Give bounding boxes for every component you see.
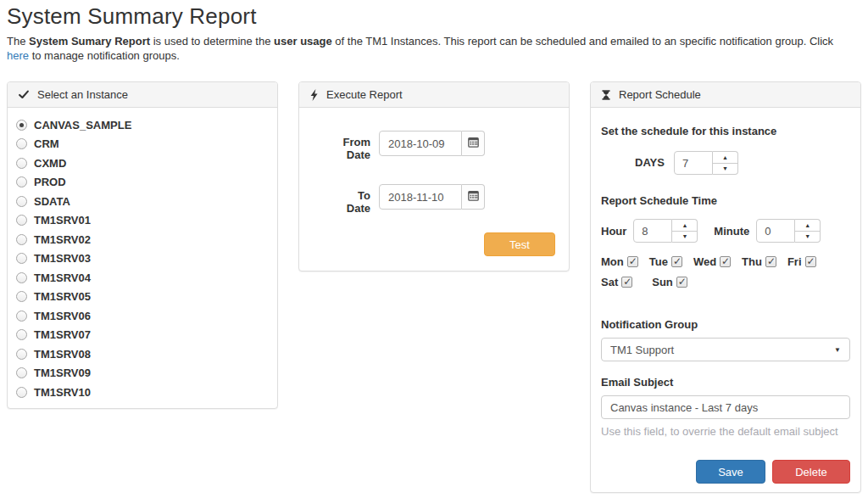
instance-label: TM1SRV09: [34, 367, 91, 379]
manage-groups-link[interactable]: here: [7, 49, 29, 62]
calendar-icon: [468, 136, 479, 151]
instance-option[interactable]: TM1SRV09: [16, 364, 269, 383]
minute-increment-button[interactable]: ▲: [795, 219, 821, 231]
from-date-row: From Date: [299, 131, 569, 161]
weekday-checkbox[interactable]: [805, 256, 816, 267]
radio-icon[interactable]: [16, 176, 27, 187]
radio-icon[interactable]: [16, 215, 27, 226]
weekday-option[interactable]: Mon: [601, 255, 638, 268]
instance-option[interactable]: SDATA: [16, 192, 269, 211]
radio-icon[interactable]: [16, 329, 27, 340]
radio-icon[interactable]: [16, 158, 27, 169]
email-subject-label: Email Subject: [601, 376, 850, 389]
weekday-option[interactable]: Fri: [787, 255, 816, 268]
notification-group-value: TM1 Support: [610, 344, 674, 356]
radio-icon[interactable]: [16, 349, 27, 360]
instance-option[interactable]: CRM: [16, 135, 269, 154]
instance-label: TM1SRV04: [34, 271, 91, 284]
instance-label: PROD: [34, 176, 66, 188]
panel-title: Report Schedule: [619, 88, 701, 101]
instance-label: TM1SRV02: [34, 233, 91, 246]
desc-text: is used to determine the: [150, 35, 274, 48]
radio-icon[interactable]: [16, 138, 27, 149]
weekday-label: Thu: [742, 255, 762, 268]
instance-option[interactable]: TM1SRV08: [16, 344, 269, 364]
instance-option[interactable]: TM1SRV06: [16, 306, 269, 326]
chevron-down-icon: ▼: [834, 346, 841, 354]
weekday-checkbox[interactable]: [627, 256, 638, 267]
days-increment-button[interactable]: ▲: [713, 151, 738, 163]
instance-option[interactable]: TM1SRV04: [16, 268, 269, 288]
radio-icon[interactable]: [16, 253, 27, 264]
days-spinner-row: DAYS ▲ ▼: [635, 151, 850, 175]
calendar-icon: [468, 189, 479, 204]
weekday-option[interactable]: Sun: [652, 276, 687, 288]
weekday-option[interactable]: Thu: [742, 255, 776, 268]
instance-option[interactable]: CANVAS_SAMPLE: [16, 115, 269, 135]
time-row: Hour ▲ ▼ Minute ▲ ▼: [601, 219, 850, 243]
days-spinner-buttons: ▲ ▼: [713, 151, 738, 175]
notification-group-select[interactable]: TM1 Support ▼: [601, 338, 850, 361]
minute-input[interactable]: [756, 219, 795, 243]
days-input[interactable]: [674, 151, 713, 175]
radio-icon[interactable]: [16, 272, 27, 283]
schedule-actions: Save Delete: [601, 460, 850, 484]
instance-label: CRM: [34, 137, 59, 150]
from-date-calendar-button[interactable]: [462, 131, 485, 156]
weekday-checkbox[interactable]: [671, 256, 682, 267]
instance-option[interactable]: TM1SRV10: [16, 383, 269, 402]
to-date-row: To Date: [299, 184, 569, 215]
panel-title: Execute Report: [326, 88, 403, 101]
minute-decrement-button[interactable]: ▼: [795, 231, 821, 243]
hour-label: Hour: [601, 225, 626, 238]
weekday-checkbox[interactable]: [676, 277, 687, 288]
weekday-checkbox[interactable]: [720, 256, 731, 267]
instance-list: CANVAS_SAMPLE CRM CXMD PROD: [8, 108, 277, 410]
radio-icon[interactable]: [16, 196, 27, 207]
instance-option[interactable]: TM1SRV01: [16, 211, 269, 231]
instance-label: TM1SRV03: [34, 252, 91, 265]
email-subject-input[interactable]: [601, 395, 850, 419]
to-date-label: To Date: [299, 184, 379, 215]
check-icon: [18, 89, 30, 100]
desc-bold-user-usage: user usage: [274, 35, 332, 48]
delete-button[interactable]: Delete: [772, 460, 850, 484]
select-instance-header: Select an Instance: [8, 82, 277, 108]
weekday-label: Sun: [652, 276, 673, 288]
weekday-checkbox[interactable]: [765, 256, 776, 267]
save-button[interactable]: Save: [696, 460, 765, 484]
weekday-option[interactable]: Tue: [649, 255, 682, 268]
radio-icon[interactable]: [16, 387, 27, 398]
radio-icon[interactable]: [16, 291, 27, 302]
hour-decrement-button[interactable]: ▼: [672, 231, 698, 243]
radio-icon[interactable]: [16, 311, 27, 322]
days-decrement-button[interactable]: ▼: [713, 163, 738, 176]
weekday-option[interactable]: Sat: [601, 276, 632, 288]
weekday-checkbox[interactable]: [621, 277, 632, 288]
hour-input[interactable]: [633, 219, 672, 243]
days-label: DAYS: [635, 151, 665, 175]
execute-report-panel: Execute Report From Date To Date: [298, 81, 570, 271]
instance-option[interactable]: TM1SRV03: [16, 249, 269, 269]
page-description: The System Sumary Report is used to dete…: [7, 34, 854, 63]
desc-text: to manage notification groups.: [29, 49, 180, 62]
execute-report-header: Execute Report: [299, 82, 569, 108]
page-title: System Summary Report: [7, 3, 257, 30]
instance-option[interactable]: PROD: [16, 173, 269, 193]
to-date-input[interactable]: [379, 184, 462, 210]
radio-icon[interactable]: [16, 234, 27, 245]
instance-option[interactable]: TM1SRV02: [16, 230, 269, 249]
instance-option[interactable]: TM1SRV05: [16, 288, 269, 307]
hour-spinner-buttons: ▲ ▼: [672, 219, 698, 243]
radio-icon[interactable]: [16, 120, 27, 131]
to-date-group: [379, 184, 485, 215]
from-date-input[interactable]: [379, 131, 462, 156]
test-button[interactable]: Test: [484, 232, 555, 256]
to-date-calendar-button[interactable]: [462, 184, 485, 210]
instance-option[interactable]: TM1SRV07: [16, 326, 269, 345]
hour-increment-button[interactable]: ▲: [672, 219, 698, 231]
desc-bold-report-name: System Sumary Report: [29, 35, 150, 48]
radio-icon[interactable]: [16, 367, 27, 378]
instance-option[interactable]: CXMD: [16, 154, 269, 173]
weekday-option[interactable]: Wed: [693, 255, 731, 268]
